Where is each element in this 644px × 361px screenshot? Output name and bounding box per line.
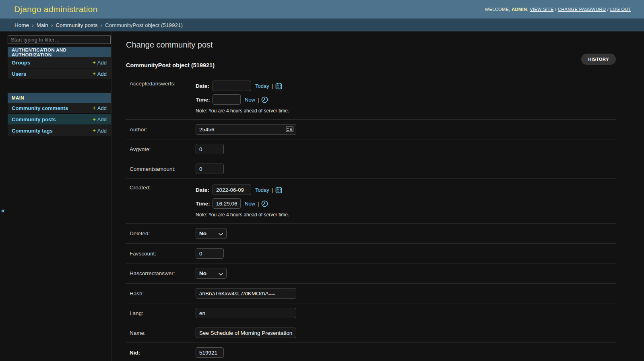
widget-separator: | xyxy=(272,83,273,89)
field-label: Commentsamount: xyxy=(130,166,196,172)
today-link[interactable]: Today xyxy=(255,187,269,193)
now-link[interactable]: Now xyxy=(245,97,255,103)
field-label: Created: xyxy=(130,185,196,191)
date-sublabel: Date: xyxy=(196,83,213,89)
hash-input[interactable] xyxy=(196,288,296,299)
form-row-name: Name: xyxy=(126,323,616,343)
created-time-input[interactable] xyxy=(213,198,241,209)
nav-module-auth: AUTHENTICATION AND AUTHORIZATION Groups … xyxy=(8,47,111,80)
sidebar-item-users[interactable]: Users + Add xyxy=(8,68,111,80)
calendar-icon[interactable] xyxy=(275,187,282,193)
widget-separator: | xyxy=(258,201,259,207)
breadcrumb-current: CommunityPost object (519921) xyxy=(105,22,183,28)
field-label: Hash: xyxy=(130,290,196,297)
community-comments-link[interactable]: Community comments xyxy=(12,105,68,111)
link-separator: / xyxy=(607,7,609,12)
field-label: Lang: xyxy=(130,310,196,316)
field-label: Deleted: xyxy=(130,230,196,237)
field-label: Acceptedanswerts: xyxy=(130,81,196,87)
timezone-note: Note: You are 4 hours ahead of server ti… xyxy=(196,212,289,218)
author-input[interactable] xyxy=(196,124,296,135)
plus-icon: + xyxy=(93,71,96,77)
form-row-favscount: Favscount: xyxy=(126,244,616,263)
add-community-tag-link[interactable]: + Add xyxy=(93,127,107,134)
selected-value: No xyxy=(199,270,206,276)
groups-link[interactable]: Groups xyxy=(12,60,30,66)
form-row-hascorrectanswer: Hascorrectanswer: No xyxy=(126,263,616,284)
breadcrumb-community-posts[interactable]: Community posts xyxy=(56,22,97,28)
form-row-commentsamount: Commentsamount: xyxy=(126,159,616,179)
community-posts-link[interactable]: Community posts xyxy=(12,116,56,122)
chevron-down-icon xyxy=(219,270,223,277)
community-tags-link[interactable]: Community tags xyxy=(12,128,53,134)
add-label: Add xyxy=(97,116,107,122)
field-label: Hascorrectanswer: xyxy=(130,270,196,276)
add-group-link[interactable]: + Add xyxy=(93,59,107,66)
nav-sidebar: AUTHENTICATION AND AUTHORIZATION Groups … xyxy=(7,31,111,361)
form-row-deleted: Deleted: No xyxy=(126,224,616,244)
avgvote-input[interactable] xyxy=(196,144,224,154)
field-label: Favscount: xyxy=(130,251,196,257)
sidebar-item-community-posts[interactable]: Community posts + Add xyxy=(8,114,111,125)
hascorrectanswer-select[interactable]: No xyxy=(196,268,227,279)
today-link[interactable]: Today xyxy=(255,83,269,89)
now-link[interactable]: Now xyxy=(245,201,255,207)
form-row-lang: Lang: xyxy=(126,303,616,323)
history-button[interactable]: HISTORY xyxy=(581,54,616,65)
deleted-select[interactable]: No xyxy=(196,228,227,239)
breadcrumb: Home › Main › Community posts › Communit… xyxy=(0,19,644,31)
lang-input[interactable] xyxy=(196,308,296,318)
site-brand[interactable]: Django administration xyxy=(14,4,97,14)
nid-input[interactable] xyxy=(196,347,224,358)
acceptedanswerts-date-input[interactable] xyxy=(213,81,251,91)
add-label: Add xyxy=(97,128,107,134)
plus-icon: + xyxy=(93,59,96,66)
add-community-comment-link[interactable]: + Add xyxy=(93,105,107,111)
breadcrumb-home[interactable]: Home xyxy=(14,22,29,28)
main-content: Change community post CommunityPost obje… xyxy=(111,31,644,361)
sidebar-filter-input[interactable] xyxy=(8,35,111,44)
acceptedanswerts-time-input[interactable] xyxy=(213,94,241,105)
add-label: Add xyxy=(97,71,107,77)
plus-icon: + xyxy=(93,116,96,122)
add-community-post-link[interactable]: + Add xyxy=(93,116,107,122)
form-row-acceptedanswerts: Acceptedanswerts: Date: Today | Time: xyxy=(126,75,616,120)
users-link[interactable]: Users xyxy=(12,71,26,77)
breadcrumb-separator: › xyxy=(51,22,53,28)
add-user-link[interactable]: + Add xyxy=(93,71,107,77)
object-title: CommunityPost object (519921) xyxy=(126,62,215,68)
sidebar-item-community-tags[interactable]: Community tags + Add xyxy=(8,125,111,137)
sidebar-item-groups[interactable]: Groups + Add xyxy=(8,57,111,68)
app-header: Django administration WELCOME, ADMIN. VI… xyxy=(0,0,644,19)
breadcrumb-main[interactable]: Main xyxy=(37,22,48,28)
favscount-input[interactable] xyxy=(196,248,224,259)
add-label: Add xyxy=(97,60,107,66)
time-sublabel: Time: xyxy=(196,201,213,207)
plus-icon: + xyxy=(93,127,96,134)
name-input[interactable] xyxy=(196,328,296,338)
lookup-related-icon[interactable] xyxy=(286,127,293,132)
clock-icon[interactable] xyxy=(261,96,268,103)
sidebar-collapse-toggle[interactable]: « xyxy=(1,207,5,214)
clock-icon[interactable] xyxy=(261,200,268,207)
form-row-nid: Nid: xyxy=(126,343,616,361)
widget-separator: | xyxy=(258,97,259,103)
log-out-link[interactable]: LOG OUT xyxy=(610,7,631,12)
sidebar-item-community-comments[interactable]: Community comments + Add xyxy=(8,103,111,114)
link-separator: / xyxy=(555,7,556,12)
field-label: Nid: xyxy=(130,350,196,356)
calendar-icon[interactable] xyxy=(275,83,282,89)
field-label: Author: xyxy=(130,127,196,133)
username: ADMIN xyxy=(512,7,527,12)
chevron-down-icon xyxy=(219,230,223,237)
change-password-link[interactable]: CHANGE PASSWORD xyxy=(558,7,606,12)
breadcrumb-separator: › xyxy=(101,22,103,28)
sidebar-toggle-strip: « xyxy=(0,31,7,361)
view-site-link[interactable]: VIEW SITE xyxy=(530,7,553,12)
user-tools: WELCOME, ADMIN. VIEW SITE / CHANGE PASSW… xyxy=(485,7,631,12)
breadcrumb-separator: › xyxy=(32,22,34,28)
change-form: Acceptedanswerts: Date: Today | Time: xyxy=(126,75,616,361)
created-date-input[interactable] xyxy=(213,185,251,195)
nav-section-title-main: MAIN xyxy=(8,93,111,103)
commentsamount-input[interactable] xyxy=(196,164,224,174)
